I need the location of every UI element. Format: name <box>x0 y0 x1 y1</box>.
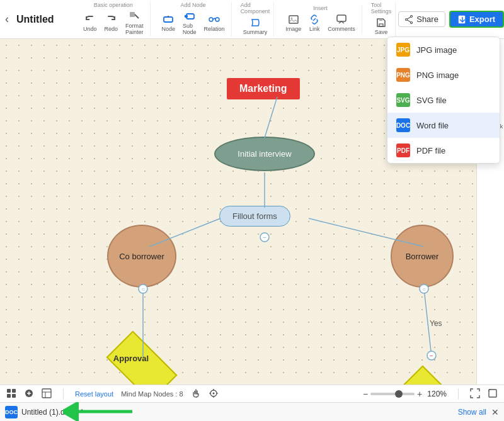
zoom-slider[interactable] <box>370 393 415 395</box>
link-button[interactable]: Link <box>306 13 323 33</box>
file-type-icon: DOC <box>5 406 18 418</box>
svg-point-38 <box>427 351 436 360</box>
initial-interview-node[interactable]: Initial interview <box>214 137 315 171</box>
mind-map-nodes-info: Mind Map Nodes : 8 <box>121 390 183 398</box>
grid-icon <box>6 388 16 398</box>
undo-button[interactable]: Undo <box>81 13 100 33</box>
fillout-forms-node[interactable]: Fillout forms <box>219 206 290 227</box>
relation-button[interactable]: Relation <box>202 13 227 33</box>
pdf-icon: PDF <box>396 143 410 157</box>
zoom-level: 120% <box>427 390 447 398</box>
fillout-forms-label: Fillout forms <box>232 211 277 221</box>
share-icon <box>405 15 414 24</box>
svg-text:−: − <box>430 352 433 359</box>
grid-view-button[interactable] <box>6 388 16 400</box>
jpg-label: JPG image <box>416 45 457 55</box>
svg-point-7 <box>215 18 219 21</box>
marketing-node[interactable]: Marketing <box>227 78 300 99</box>
jpg-icon: JPG <box>396 43 410 57</box>
reset-layout-button[interactable]: Reset layout <box>75 390 113 398</box>
co-borrower-node[interactable]: Co borrower <box>107 225 176 288</box>
fit-screen-icon <box>470 388 480 398</box>
co-borrower-label: Co borrower <box>119 252 164 261</box>
svg-rect-5 <box>185 15 188 18</box>
format-painter-button[interactable]: Format Painter <box>123 9 146 36</box>
svg-label: SVG file <box>416 96 447 105</box>
export-dropdown: JPG JPG image PNG PNG image SVG SVG file… <box>387 36 500 164</box>
svg-rect-40 <box>7 389 11 393</box>
download-bar: DOC Untitled (1).docx ⌃ Show all ✕ <box>0 402 504 421</box>
svg-line-16 <box>408 17 411 19</box>
svg-rect-47 <box>42 389 51 398</box>
svg-line-1 <box>135 14 139 18</box>
hand-tool-button[interactable] <box>191 388 201 400</box>
doc-icon: DOC <box>396 118 410 132</box>
initial-interview-label: Initial interview <box>238 149 291 159</box>
svg-icon: SVG <box>396 93 410 107</box>
add-node-label: Add Node <box>181 2 206 8</box>
png-label: PNG image <box>416 70 459 80</box>
pdf-label: PDF file <box>416 146 445 155</box>
comments-button[interactable]: Comments <box>325 13 358 33</box>
insert-label: Insert <box>313 5 328 11</box>
svg-line-26 <box>265 97 277 138</box>
expand-view-button[interactable] <box>24 388 34 400</box>
svg-rect-41 <box>12 389 16 393</box>
svg-point-51 <box>212 392 214 394</box>
table-icon <box>42 388 52 398</box>
toolbar-group-add-node: Add Node Node Sub Node Relation <box>156 2 232 36</box>
zoom-thumb[interactable] <box>395 390 403 398</box>
borrower-node[interactable]: Borrower <box>391 225 454 288</box>
toolbar: ‹ Untitled Basic operation Undo Redo For… <box>0 0 504 39</box>
share-button[interactable]: Share <box>398 11 445 27</box>
basic-op-label: Basic operation <box>94 2 133 8</box>
borrower-label: Borrower <box>406 252 439 261</box>
back-button[interactable]: ‹ <box>5 11 9 28</box>
svg-rect-42 <box>7 394 11 398</box>
svg-point-14 <box>411 21 413 23</box>
svg-point-9 <box>290 18 292 20</box>
svg-rect-56 <box>489 390 496 397</box>
export-button[interactable]: Export <box>449 11 504 28</box>
png-icon: PNG <box>396 68 410 82</box>
summary-button[interactable]: Summary <box>241 16 270 36</box>
svg-rect-8 <box>289 16 298 23</box>
svg-rect-18 <box>459 16 465 23</box>
export-jpg[interactable]: JPG JPG image <box>387 37 500 62</box>
svg-point-6 <box>209 18 213 21</box>
export-pdf[interactable]: PDF PDF file <box>387 138 500 163</box>
add-component-label: Add Component <box>241 2 270 14</box>
share-label: Share <box>416 14 438 24</box>
sub-node-button[interactable]: Sub Node <box>180 9 199 36</box>
svg-point-15 <box>406 18 408 20</box>
redo-button[interactable]: Redo <box>102 13 121 33</box>
word-label: Word file <box>416 121 449 130</box>
tool-settings-label: Tool Settings <box>371 2 392 14</box>
close-download-button[interactable]: ✕ <box>491 407 499 417</box>
zoom-in-button[interactable]: + <box>417 389 422 399</box>
show-all-button[interactable]: Show all <box>458 408 486 417</box>
fullscreen-button[interactable] <box>488 388 498 400</box>
svg-rect-2 <box>164 17 173 22</box>
export-png[interactable]: PNG PNG image <box>387 62 500 87</box>
fit-screen-button[interactable] <box>470 388 480 400</box>
svg-rect-12 <box>379 19 382 21</box>
svg-rect-43 <box>12 394 16 398</box>
svg-point-13 <box>411 15 413 17</box>
app-title: Untitled <box>16 14 67 25</box>
marketing-label: Marketing <box>239 83 287 94</box>
table-view-button[interactable] <box>42 388 52 400</box>
zoom-controls: − + 120% <box>363 389 447 399</box>
svg-line-17 <box>408 20 411 21</box>
export-word[interactable]: DOC Word file <box>387 113 500 138</box>
image-button[interactable]: Image <box>283 13 304 33</box>
svg-point-32 <box>260 233 269 242</box>
node-button[interactable]: Node <box>159 13 178 33</box>
export-svg[interactable]: SVG SVG file <box>387 87 500 113</box>
yes-label: Yes <box>430 319 442 328</box>
locate-button[interactable] <box>209 388 219 400</box>
save-button[interactable]: Save <box>372 16 391 36</box>
fullscreen-icon <box>488 388 498 398</box>
locate-icon <box>209 388 219 398</box>
zoom-out-button[interactable]: − <box>363 389 368 399</box>
